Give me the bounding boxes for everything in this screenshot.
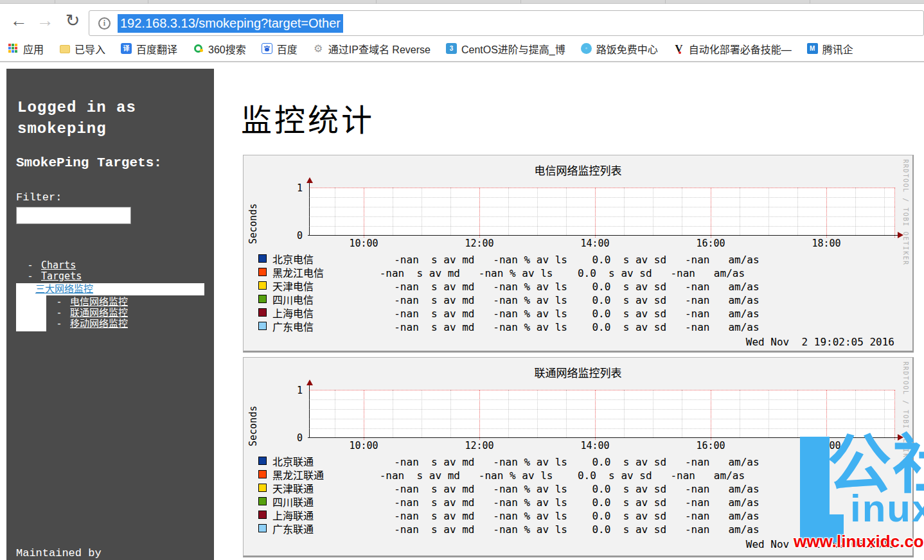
y-tick: 1: [283, 182, 303, 194]
legend-color-swatch: [258, 281, 267, 290]
tree-item-selected[interactable]: 三大网络监控: [16, 283, 204, 295]
gridline: [884, 390, 885, 437]
selected-target-link[interactable]: 三大网络监控: [35, 283, 93, 295]
legend-color-swatch: [258, 254, 267, 263]
gridline: [508, 390, 509, 437]
bookmark-automation[interactable]: V 自动化部署必备技能—: [673, 41, 792, 57]
wifi-icon: ◦: [581, 43, 592, 54]
graph-timestamp: Wed Nov 2 19:02:05 2016: [746, 538, 894, 550]
gridline: [855, 390, 856, 437]
x-tick: 16:00: [688, 440, 733, 451]
address-bar[interactable]: i 192.168.3.13/smokeping?target=Other: [89, 10, 924, 36]
bookmark-label: 百度: [277, 41, 298, 57]
bookmark-360-search[interactable]: 360搜索: [193, 41, 246, 57]
x-tick: 12:00: [457, 238, 502, 249]
legend-color-swatch: [258, 484, 267, 492]
gridline: [769, 390, 769, 437]
legend-color-swatch: [258, 295, 267, 303]
page-info-icon[interactable]: i: [98, 17, 111, 30]
gridline: [450, 390, 451, 437]
bookmark-label: 已导入: [75, 41, 105, 57]
gridline: [711, 188, 711, 238]
telecom-link[interactable]: 电信网络监控: [70, 296, 128, 308]
filter-input[interactable]: [16, 207, 131, 224]
y-tick: 1: [283, 385, 303, 396]
gridline: [740, 390, 740, 437]
gridline: [624, 188, 625, 235]
url-text-selected[interactable]: 192.168.3.13/smokeping?target=Other: [118, 14, 343, 33]
bookmark-label: 腾讯企: [822, 41, 853, 57]
browser-toolbar: ← → ↻ i 192.168.3.13/smokeping?target=Ot…: [0, 4, 924, 36]
gridline: [797, 390, 798, 437]
filter-label: Filter:: [16, 191, 62, 204]
bookmark-tencent[interactable]: M 腾讯企: [807, 41, 853, 57]
gridline: [309, 399, 895, 400]
mobile-link[interactable]: 移动网络监控: [70, 318, 128, 329]
gridline: [479, 390, 480, 440]
gridline: [884, 188, 885, 235]
sidebar: Logged in as smokeping SmokePing Targets…: [6, 69, 214, 560]
rrdtool-caption: RRDTOOL / TOBI OETIKER: [902, 362, 909, 468]
gridline: [309, 207, 895, 207]
gridline: [894, 390, 895, 440]
unicom-link[interactable]: 联通网络监控: [70, 307, 128, 319]
targets-link[interactable]: Targets: [41, 270, 82, 282]
x-tick: 14:00: [573, 440, 617, 451]
x-axis: [308, 235, 898, 236]
gridline: [740, 188, 740, 235]
apps-grid-icon: [8, 44, 18, 53]
gridline: [826, 188, 827, 238]
bookmarks-bar: 应用 已导入 译 百度翻译 360搜索 百度 ⚙ 通过IP查域名 Reverse…: [0, 36, 924, 62]
y-axis-label: Seconds: [247, 382, 259, 446]
gridline: [335, 390, 335, 437]
refresh-button[interactable]: ↻: [62, 11, 84, 31]
y-axis-arrow-icon: [307, 380, 313, 385]
browser-tab-strip[interactable]: [0, 0, 924, 4]
x-tick: 18:00: [804, 238, 849, 249]
x-tick: 12:00: [457, 440, 502, 451]
tree-item-telecom[interactable]: -电信网络监控: [6, 297, 214, 308]
gridline: [309, 419, 895, 419]
legend-row: 广东联通 -nan s av md -nan % av ls 0.0 s av …: [258, 521, 760, 535]
bookmark-imported[interactable]: 已导入: [59, 41, 105, 57]
telecom-graph[interactable]: 电信网络监控列表 Seconds 1 0 10:00 12:00 14:00 1…: [243, 155, 914, 353]
gridline: [682, 390, 682, 437]
bookmark-apps[interactable]: 应用: [8, 41, 44, 57]
x-tick: 10:00: [341, 238, 386, 249]
charts-link[interactable]: Charts: [41, 259, 76, 271]
gridline: [335, 188, 335, 235]
legend-color-swatch: [258, 470, 267, 478]
360-search-icon: [194, 44, 202, 53]
gridline: [566, 390, 567, 437]
legend-row: 广东电信 -nan s av md -nan % av ls 0.0 s av …: [258, 319, 760, 333]
rrdtool-caption: RRDTOOL / TOBI OETIKER: [902, 159, 909, 265]
gear-icon: ⚙: [313, 43, 324, 54]
bookmark-baidu[interactable]: 百度: [262, 41, 298, 57]
tree-item-mobile[interactable]: -移动网络监控: [6, 319, 214, 329]
gridline: [595, 188, 596, 238]
bookmark-baidu-translate[interactable]: 译 百度翻译: [121, 41, 177, 57]
back-button[interactable]: ←: [8, 11, 30, 31]
legend-row: 北京电信 -nan s av md -nan % av ls 0.0 s av …: [258, 252, 760, 265]
tree-children: -电信网络监控 -联通网络监控 -移动网络监控: [6, 297, 214, 329]
forward-button[interactable]: →: [34, 11, 56, 31]
legend-color-swatch: [258, 308, 267, 317]
tree-item-charts[interactable]: -Charts: [6, 260, 214, 271]
bookmark-label: CentOS进阶与提高_博: [461, 41, 565, 57]
plot-area: [309, 188, 895, 235]
gridline: [309, 188, 895, 188]
gridline: [537, 188, 538, 235]
legend-row: 上海联通 -nan s av md -nan % av ls 0.0 s av …: [258, 508, 760, 521]
bookmark-lufan[interactable]: ◦ 路饭免费中心: [581, 41, 658, 57]
tree-item-unicom[interactable]: -联通网络监控: [6, 308, 214, 319]
legend-row: 四川联通 -nan s av md -nan % av ls 0.0 s av …: [258, 494, 760, 508]
gridline: [364, 188, 364, 238]
gridline: [422, 390, 422, 437]
gridline: [653, 188, 653, 235]
unicom-graph[interactable]: 联通网络监控列表 Seconds 1 0 10:00 12:00 14:00 1…: [243, 357, 914, 557]
bookmark-label: 自动化部署必备技能—: [689, 41, 792, 57]
tree-item-targets[interactable]: -Targets: [6, 271, 214, 282]
bookmark-ip-lookup[interactable]: ⚙ 通过IP查域名 Reverse: [313, 41, 431, 57]
gridline: [364, 390, 364, 440]
bookmark-centos[interactable]: 3 CentOS进阶与提高_博: [446, 41, 565, 57]
